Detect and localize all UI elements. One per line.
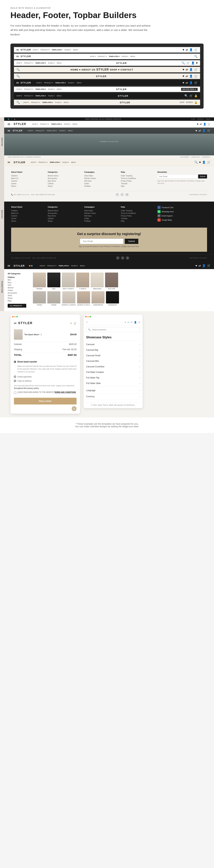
- nav-templates-overlay[interactable]: TEMPLATES ▾: [47, 130, 57, 132]
- footer-dark-item[interactable]: Career: [11, 217, 44, 220]
- footer-dark-item[interactable]: Tutorials: [121, 217, 154, 220]
- cart-share-icon[interactable]: ↗: [138, 321, 140, 323]
- cash-option[interactable]: Cash on delivery: [14, 379, 77, 383]
- user-beige[interactable]: 👤: [202, 161, 206, 164]
- location-link[interactable]: 📍 Google Maps: [157, 218, 207, 221]
- discount-submit-btn[interactable]: Submit: [125, 239, 138, 244]
- heart-overlay[interactable]: ♥: [195, 129, 197, 132]
- nav-pages[interactable]: PAGES ▾: [64, 123, 71, 125]
- main-user-icon[interactable]: 👤: [203, 123, 206, 125]
- footer-col-item[interactable]: Show More: [84, 175, 117, 177]
- nav-product-beige[interactable]: PRODUCT ▾: [38, 161, 48, 163]
- heart-icon-5[interactable]: ♥: [183, 75, 184, 78]
- tw-dark-icon[interactable]: t: [121, 256, 125, 260]
- tshirts-thumb[interactable]: [76, 273, 89, 287]
- cart-close-icon[interactable]: ×: [86, 321, 87, 323]
- mega-cart-icon[interactable]: 🛒: [207, 264, 211, 267]
- footer-dark-item[interactable]: Clothes: [48, 217, 81, 220]
- footer-col-item[interactable]: Stores: [11, 185, 44, 187]
- facebook-link[interactable]: f Facebook Click: [157, 206, 207, 209]
- user-icon-5[interactable]: 👤: [189, 74, 193, 78]
- mega-compare-icon[interactable]: ⇄: [198, 264, 201, 267]
- cart-icon[interactable]: 🛒: [186, 61, 190, 65]
- heart-icon-6[interactable]: ♥: [183, 81, 184, 84]
- nav-item-overlay[interactable]: PRODUCT ▾: [35, 130, 45, 132]
- currency-link[interactable]: CURRENCY: [202, 156, 211, 158]
- nav-media[interactable]: MEDIA: [73, 123, 78, 125]
- terms-conditions-link[interactable]: TERMS AND CONDITIONS: [54, 391, 76, 393]
- footer-dark-item[interactable]: Shoes: [48, 220, 81, 222]
- user-icon[interactable]: 👤: [191, 61, 195, 65]
- cat-unisex[interactable]: Unisex: [8, 289, 30, 292]
- hamburger-checkout[interactable]: [14, 322, 16, 324]
- new-tshirts-thumb[interactable]: [62, 273, 75, 287]
- cart-compare-icon[interactable]: ⇄: [127, 321, 129, 323]
- cart-icon-6[interactable]: 🛒: [194, 81, 198, 84]
- carousel-small-item[interactable]: Carousel Small ›: [86, 353, 140, 358]
- mega-nav-pages[interactable]: PAGES ▾: [71, 265, 78, 267]
- footer-col-item[interactable]: Women Future: [84, 177, 117, 180]
- instagram-footer-icon[interactable]: in: [125, 193, 129, 196]
- compare-icon-6[interactable]: ⇄: [186, 81, 188, 84]
- check-payments-option[interactable]: Check payments: [14, 375, 77, 379]
- customer-link[interactable]: CUSTOMER: [180, 156, 189, 158]
- sweaters-thumb[interactable]: [91, 273, 104, 287]
- privacy-link[interactable]: throughout this privacy policy: [14, 387, 39, 389]
- cat-shirts[interactable]: Shirts: [8, 294, 30, 297]
- footer-dark-item[interactable]: Kitti Kass: [84, 215, 117, 217]
- footer-col-item[interactable]: Kitti Kass: [84, 180, 117, 182]
- newsletter-input[interactable]: [157, 175, 197, 179]
- nav-media-beige[interactable]: MEDIA: [71, 161, 76, 163]
- cart-icon-8[interactable]: 🛒: [189, 94, 193, 97]
- full-slider-slide-item[interactable]: Full Slider Slide ›: [86, 380, 140, 386]
- full-slider-flip-item[interactable]: Full Slider Flip ›: [86, 375, 140, 380]
- footer-dark-item[interactable]: Stores: [11, 220, 44, 222]
- carousel-coverflow-item[interactable]: Carousel Coverflow ›: [86, 364, 140, 369]
- footer-dark-item[interactable]: Gulde: [84, 217, 117, 220]
- main-compare-icon[interactable]: ⇄: [200, 123, 202, 125]
- twitter-icon[interactable]: 🐦: [8, 118, 9, 120]
- search-icon-8[interactable]: 🔍: [184, 94, 188, 97]
- all-products-btn[interactable]: ALL PRODUCTS →: [8, 304, 26, 308]
- currency-setting[interactable]: Currency ›: [86, 394, 140, 400]
- cat-girls[interactable]: Girls: [8, 284, 30, 286]
- footer-dark-item[interactable]: Children: [11, 209, 44, 212]
- main-cart-icon[interactable]: 🛒: [208, 123, 211, 125]
- explore-thumb[interactable]: [105, 273, 118, 287]
- cart-refresh-icon[interactable]: ⟳: [131, 321, 133, 323]
- mega-heart-icon[interactable]: ♥: [195, 264, 197, 267]
- cat-boys[interactable]: Boys: [8, 281, 30, 284]
- twitter-footer-icon[interactable]: t: [121, 193, 124, 196]
- footer-dark-item[interactable]: Privacy Policy: [121, 215, 154, 217]
- shorts-polo-thumb[interactable]: [77, 291, 90, 304]
- in-dark-icon[interactable]: in: [126, 256, 129, 260]
- hamburger-beige[interactable]: [8, 162, 10, 163]
- scroll-to-top-btn[interactable]: ▲: [72, 406, 77, 411]
- carousel-big-item[interactable]: Carousel Big ›: [86, 347, 140, 353]
- search-beige[interactable]: 🔍: [194, 161, 198, 164]
- direct-bank-option[interactable]: Direct bank transfer: [14, 360, 77, 364]
- whatsapp-link[interactable]: W WhatsApp Num: [157, 210, 207, 213]
- cart-icon[interactable]: 🛒: [194, 48, 198, 51]
- men-thumb[interactable]: [47, 273, 60, 287]
- footer-col-item[interactable]: Careers: [11, 180, 44, 182]
- footer-col-item[interactable]: Gulde: [84, 182, 117, 185]
- footer-col-item[interactable]: Terms & Conditions: [121, 177, 154, 180]
- wishlist-icon[interactable]: ♥: [196, 61, 198, 65]
- mega-nav-product[interactable]: PRODUCT ▾: [47, 265, 56, 267]
- checkout-cart-icon[interactable]: 🛒: [74, 322, 77, 324]
- cart-icon-7[interactable]: 000 555 5656 ✔: [181, 88, 198, 91]
- cat-men[interactable]: Men: [8, 279, 30, 281]
- footer-col-item[interactable]: Help: [121, 185, 154, 187]
- footer-dark-item[interactable]: Order Tracking: [121, 209, 154, 212]
- cart-link[interactable]: CART: [191, 118, 195, 120]
- search-popup-input[interactable]: [92, 329, 138, 331]
- user-icon-4[interactable]: 👤: [189, 68, 193, 71]
- cart-user-icon[interactable]: 👤: [134, 321, 137, 323]
- user-icon[interactable]: 👤: [189, 48, 193, 51]
- user-overlay[interactable]: 👤: [202, 129, 206, 132]
- cat-bags[interactable]: Bags: [8, 300, 30, 302]
- denim-2-thumb[interactable]: [47, 291, 60, 304]
- fb-dark-icon[interactable]: f: [116, 256, 119, 260]
- user-icon-6[interactable]: 👤: [189, 81, 193, 84]
